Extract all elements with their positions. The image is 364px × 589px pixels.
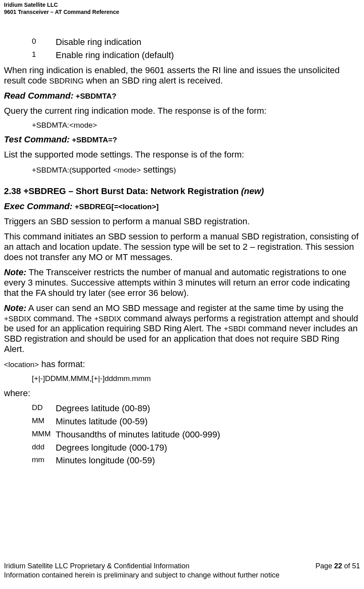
definition-row: mm Minutes longitude (00-59) — [4, 455, 360, 466]
footer-page-number: Page 22 of 51 — [315, 562, 360, 571]
definition-code: 1 — [32, 50, 56, 60]
exec-command-summary: Triggers an SBD session to perform a man… — [4, 216, 360, 227]
inline-code: +SBDIX — [94, 315, 121, 323]
text-run: ) — [173, 166, 176, 174]
location-format-heading: <location> has format: — [4, 359, 360, 369]
text-run: of 51 — [342, 562, 360, 570]
inline-code: SBDRING — [49, 77, 84, 85]
text-run: <mode> — [113, 166, 141, 174]
text-run: settings — [141, 165, 173, 175]
read-command-label: Read Command: — [4, 91, 74, 101]
text-run: has format: — [39, 359, 85, 369]
current-page: 22 — [334, 562, 342, 570]
text-run: Page — [315, 562, 334, 570]
read-command-code: +SBDMTA? — [74, 92, 117, 100]
text-run: command. The — [31, 313, 94, 323]
note-text: The Transceiver restricts the number of … — [4, 267, 350, 298]
definition-row: MM Minutes latitude (00-59) — [4, 416, 360, 427]
footer-disclaimer: Information contained herein is prelimin… — [4, 571, 360, 580]
definition-row: MMM Thousandths of minutes latitude (000… — [4, 430, 360, 440]
section-heading-sbdreg: 2.38 +SBDREG – Short Burst Data: Network… — [4, 186, 360, 196]
test-command-desc: List the supported mode settings. The re… — [4, 150, 360, 160]
text-run: A user can send an MO SBD message and re… — [26, 303, 343, 313]
section-number: 2.38 — [4, 186, 21, 196]
test-command-label: Test Command: — [4, 134, 70, 144]
read-command-heading: Read Command: +SBDMTA? — [4, 91, 360, 101]
definition-text: Disable ring indication — [56, 37, 360, 47]
definition-text: Degrees longitude (000-179) — [56, 443, 360, 453]
inline-code: +SBDIX — [4, 315, 31, 323]
definition-code: mm — [32, 455, 56, 466]
note-paragraph: Note: A user can send an MO SBD message … — [4, 303, 360, 355]
definition-row: ddd Degrees longitude (000-179) — [4, 443, 360, 453]
exec-command-label: Exec Command: — [4, 201, 72, 211]
definition-row: DD Degrees latitude (00-89) — [4, 403, 360, 414]
test-command-response: +SBDMTA:(supported <mode> settings) — [4, 165, 360, 175]
test-command-code: +SBDMTA=? — [70, 136, 117, 144]
definition-code: 0 — [32, 37, 56, 47]
definition-code: DD — [32, 403, 56, 414]
exec-command-heading: Exec Command: +SBDREG[=<location>] — [4, 201, 360, 212]
text-run: +SBDMTA:( — [32, 166, 72, 174]
section-new-tag: (new) — [241, 186, 264, 196]
text-run: supported — [72, 165, 113, 175]
definition-text: Enable ring indication (default) — [56, 50, 360, 60]
section-title: +SBDREG – Short Burst Data: Network Regi… — [21, 186, 241, 196]
location-format: [+|-]DDMM.MMM,[+|-]dddmm.mmm — [4, 374, 360, 383]
read-command-desc: Query the current ring indication mode. … — [4, 106, 360, 116]
definition-row: 1 Enable ring indication (default) — [4, 50, 360, 60]
note-label: Note: — [4, 267, 26, 277]
definition-code: ddd — [32, 443, 56, 453]
paragraph-ring-enabled: When ring indication is enabled, the 960… — [4, 65, 360, 86]
page-footer: Iridium Satellite LLC Proprietary & Conf… — [4, 562, 360, 579]
definition-text: Minutes latitude (00-59) — [56, 416, 360, 427]
definition-text: Thousandths of minutes latitude (000-999… — [56, 430, 360, 440]
text-run: when an SBD ring alert is received. — [84, 76, 223, 86]
test-command-heading: Test Command: +SBDMTA=? — [4, 134, 360, 145]
where-label: where: — [4, 388, 360, 398]
doc-header: Iridium Satellite LLC 9601 Transceiver –… — [4, 0, 360, 16]
read-command-response: +SBDMTA:<mode> — [4, 121, 360, 130]
note-paragraph: Note: The Transceiver restricts the numb… — [4, 267, 360, 298]
definition-text: Degrees latitude (00-89) — [56, 403, 360, 414]
header-doc-title: 9601 Transceiver – AT Command Reference — [4, 9, 360, 16]
definition-code: MM — [32, 416, 56, 427]
exec-command-detail: This command initiates an SBD session to… — [4, 231, 360, 262]
definition-text: Minutes longitude (00-59) — [56, 455, 360, 466]
note-label: Note: — [4, 303, 26, 313]
definition-row: 0 Disable ring indication — [4, 37, 360, 47]
inline-code: <location> — [4, 360, 39, 369]
header-company: Iridium Satellite LLC — [4, 2, 360, 9]
inline-code: +SBDI — [224, 325, 245, 333]
definition-code: MMM — [32, 430, 56, 440]
footer-confidential: Iridium Satellite LLC Proprietary & Conf… — [4, 562, 189, 571]
exec-command-code: +SBDREG[=<location>] — [72, 202, 158, 211]
